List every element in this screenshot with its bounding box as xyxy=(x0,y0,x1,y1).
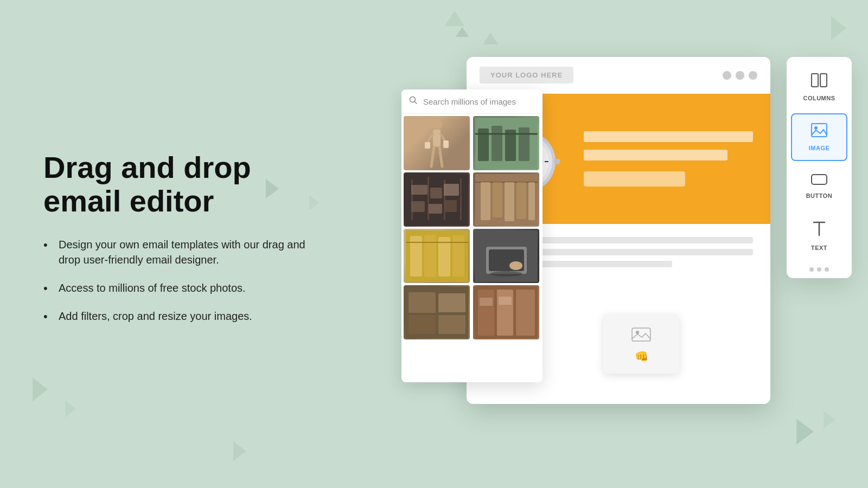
svg-rect-46 xyxy=(409,292,436,313)
toolbar-item-image[interactable]: IMAGE xyxy=(791,113,847,161)
svg-rect-52 xyxy=(497,290,513,336)
columns-icon xyxy=(811,73,827,91)
toolbar-item-text[interactable]: TEXT xyxy=(791,211,847,261)
svg-rect-49 xyxy=(438,315,465,334)
photo-cell-3[interactable] xyxy=(404,172,470,227)
logo-placeholder: YOUR LOGO HERE xyxy=(480,67,573,84)
svg-rect-54 xyxy=(480,298,493,306)
svg-rect-3 xyxy=(433,130,441,147)
svg-rect-31 xyxy=(505,182,514,221)
svg-rect-25 xyxy=(429,204,442,214)
svg-rect-38 xyxy=(452,235,464,277)
search-icon xyxy=(409,96,418,107)
hero-cta-button xyxy=(584,171,685,187)
image-drop-icon xyxy=(631,325,651,345)
svg-rect-16 xyxy=(406,174,468,226)
svg-rect-7 xyxy=(443,140,449,148)
svg-line-8 xyxy=(431,147,434,166)
svg-rect-30 xyxy=(493,182,502,217)
cursor-icon: 👊 xyxy=(635,350,648,363)
svg-rect-26 xyxy=(445,200,457,212)
svg-point-43 xyxy=(490,271,522,277)
svg-rect-73 xyxy=(554,159,560,164)
toolbar-dot-1 xyxy=(809,267,814,272)
image-search-panel: Search millions of images xyxy=(401,89,542,382)
svg-rect-53 xyxy=(516,290,535,336)
svg-line-1 xyxy=(415,102,417,104)
svg-rect-29 xyxy=(481,182,490,220)
svg-rect-24 xyxy=(411,201,425,212)
svg-rect-36 xyxy=(424,235,436,277)
main-heading: Drag and drop email editor xyxy=(43,151,326,217)
photo-cell-6[interactable] xyxy=(473,229,539,283)
svg-point-2 xyxy=(431,118,442,130)
left-panel: Drag and drop email editor Design your o… xyxy=(43,151,326,337)
photo-grid xyxy=(401,114,542,342)
toolbar-item-button[interactable]: BUTTON xyxy=(791,163,847,209)
header-dot-3 xyxy=(749,71,757,80)
text-icon xyxy=(812,221,826,240)
svg-line-9 xyxy=(439,147,442,166)
header-dot-2 xyxy=(736,71,744,80)
header-dot-1 xyxy=(723,71,731,80)
bullet-item-1: Design your own email templates with our… xyxy=(43,237,326,268)
search-bar[interactable]: Search millions of images xyxy=(401,89,542,114)
hero-text-line-1 xyxy=(584,131,753,142)
mockup-area: Search millions of images xyxy=(380,0,868,488)
svg-rect-51 xyxy=(478,290,494,336)
photo-cell-5[interactable] xyxy=(404,229,470,283)
svg-rect-12 xyxy=(492,126,502,161)
bullet-item-2: Access to millions of free stock photos. xyxy=(43,281,326,296)
svg-rect-75 xyxy=(632,328,650,341)
header-dots xyxy=(723,71,757,80)
svg-rect-33 xyxy=(528,182,535,220)
toolbar-button-label: BUTTON xyxy=(806,192,833,199)
photo-cell-7[interactable] xyxy=(404,285,470,339)
toolbar-panel: COLUMNS IMAGE BUTTON xyxy=(787,57,852,278)
svg-rect-55 xyxy=(499,297,512,305)
svg-rect-18 xyxy=(427,177,429,220)
svg-rect-47 xyxy=(438,293,465,312)
svg-rect-78 xyxy=(820,74,827,87)
toolbar-more-dots xyxy=(791,267,847,272)
photo-cell-2[interactable] xyxy=(473,116,539,170)
editor-header: YOUR LOGO HERE xyxy=(467,57,770,94)
drop-zone[interactable]: 👊 xyxy=(603,314,679,374)
toolbar-dot-2 xyxy=(817,267,821,272)
bullet-item-3: Add filters, crop and resize your images… xyxy=(43,309,326,324)
svg-rect-22 xyxy=(430,188,442,198)
photo-cell-8[interactable] xyxy=(473,285,539,339)
svg-rect-21 xyxy=(411,185,427,195)
toolbar-item-columns[interactable]: COLUMNS xyxy=(791,63,847,111)
svg-rect-77 xyxy=(812,74,818,87)
svg-point-80 xyxy=(814,126,818,130)
svg-point-44 xyxy=(509,261,522,270)
search-placeholder-text: Search millions of images xyxy=(423,97,516,106)
hero-text-line-2 xyxy=(584,150,727,160)
button-icon xyxy=(811,173,827,188)
toolbar-dot-3 xyxy=(825,267,829,272)
svg-rect-20 xyxy=(460,178,462,220)
svg-rect-81 xyxy=(812,175,827,184)
toolbar-text-label: TEXT xyxy=(811,245,827,251)
svg-rect-32 xyxy=(516,182,526,219)
svg-point-76 xyxy=(636,331,639,334)
photo-cell-4[interactable] xyxy=(473,172,539,227)
svg-rect-79 xyxy=(812,124,827,137)
toolbar-image-label: IMAGE xyxy=(809,145,830,151)
photo-cell-1[interactable] xyxy=(404,116,470,170)
hero-text-area xyxy=(584,131,753,187)
svg-rect-23 xyxy=(444,184,459,196)
svg-rect-14 xyxy=(519,127,529,161)
toolbar-columns-label: COLUMNS xyxy=(803,95,835,101)
bullet-list: Design your own email templates with our… xyxy=(43,237,326,324)
svg-rect-48 xyxy=(409,315,436,334)
image-icon xyxy=(811,123,827,140)
svg-rect-6 xyxy=(425,142,430,149)
